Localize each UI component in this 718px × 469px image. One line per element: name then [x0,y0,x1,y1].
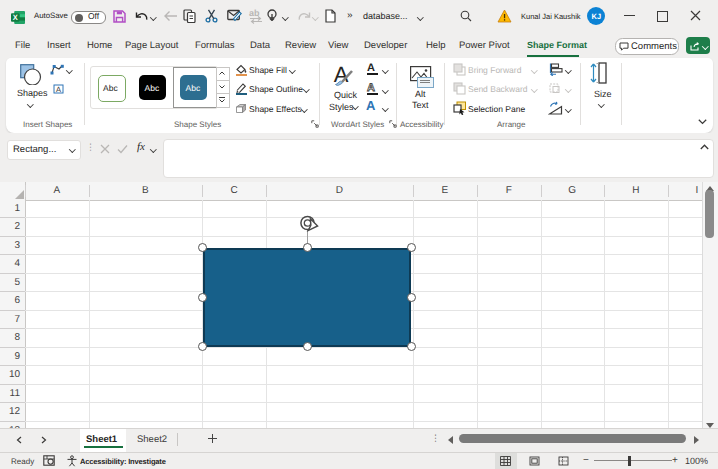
svg-text:A: A [56,85,61,94]
svg-text:X: X [13,13,18,22]
